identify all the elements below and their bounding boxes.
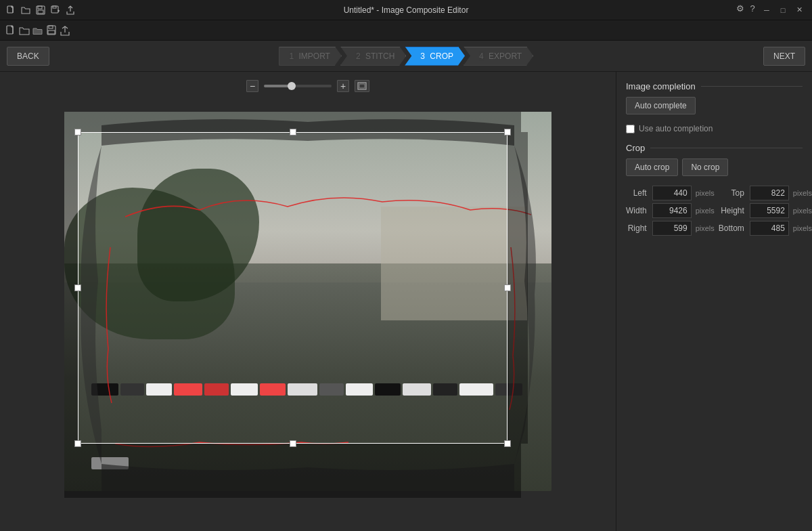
left-value[interactable] (652, 186, 692, 200)
right-value[interactable] (652, 221, 692, 236)
toolbar-icons (5, 5, 76, 16)
next-button[interactable]: NEXT (763, 47, 805, 66)
panorama-container (64, 112, 551, 491)
left-unit: pixels (696, 189, 715, 197)
canvas-area: − + (0, 72, 616, 531)
workflow-steps: 1 IMPORT 2 STITCH 3 CROP 4 EXPORT (279, 47, 533, 66)
zoom-fit-button[interactable] (355, 80, 369, 92)
top-value[interactable] (750, 186, 789, 200)
zoom-in-button[interactable]: + (337, 80, 349, 92)
crop-handle-bc[interactable] (290, 440, 296, 447)
crop-handle-mr[interactable] (504, 284, 511, 291)
top-unit: pixels (793, 189, 812, 197)
settings-icon[interactable]: ⚙ (735, 3, 746, 14)
width-value[interactable] (652, 203, 692, 218)
step-import-label: 1 IMPORT (289, 51, 330, 61)
height-value[interactable] (750, 203, 789, 218)
auto-crop-button[interactable]: Auto crop (626, 158, 678, 176)
toolbar (0, 20, 812, 41)
bottom-unit: pixels (793, 224, 812, 232)
car-10 (346, 383, 373, 396)
crop-handle-tr[interactable] (504, 129, 511, 135)
step-crop[interactable]: 3 CROP (405, 47, 465, 66)
car-9 (319, 383, 344, 396)
car-1 (91, 383, 118, 396)
zoom-out-button[interactable]: − (246, 80, 258, 92)
image-canvas (0, 72, 616, 531)
toolbar-save-icon[interactable] (46, 25, 57, 36)
car-14 (459, 383, 493, 396)
car-6 (231, 383, 258, 396)
navigation-bar: BACK 1 IMPORT 2 STITCH 3 CROP 4 EXPORT N… (0, 41, 812, 72)
toolbar-folder-icon[interactable] (32, 25, 43, 36)
building-area (381, 207, 527, 320)
svg-rect-5 (38, 10, 43, 14)
car-2 (120, 383, 144, 396)
crop-handle-br[interactable] (504, 440, 511, 447)
car-12 (403, 383, 431, 396)
use-auto-completion-label: Use auto completion (639, 124, 713, 133)
back-button[interactable]: BACK (7, 47, 49, 66)
svg-rect-17 (359, 84, 365, 88)
width-label: Width (626, 206, 648, 215)
panorama-background (64, 112, 551, 491)
no-crop-button[interactable]: No crop (682, 158, 728, 176)
car-16 (91, 457, 129, 469)
window-title: Untitled* - Image Composite Editor (344, 5, 469, 15)
save-icon[interactable] (35, 5, 46, 16)
crop-fields: Left pixels Top pixels Width pixels Heig… (626, 186, 803, 236)
crop-handle-ml[interactable] (74, 284, 81, 291)
main-area: − + (0, 72, 812, 531)
car-5 (204, 383, 229, 396)
crop-handle-tc[interactable] (290, 129, 296, 135)
svg-rect-15 (48, 30, 55, 34)
crop-handle-tl[interactable] (74, 129, 81, 135)
car-8 (288, 383, 317, 396)
car-15 (495, 383, 522, 396)
crop-section-title: Crop (626, 143, 803, 153)
step-stitch[interactable]: 2 STITCH (340, 47, 406, 66)
toolbar-open-icon[interactable] (19, 25, 30, 36)
step-export[interactable]: 4 EXPORT (464, 47, 533, 66)
minimize-button[interactable]: ─ (759, 3, 774, 17)
step-stitch-label: 2 STITCH (356, 51, 394, 61)
car-11 (375, 383, 401, 396)
image-completion-title: Image completion (626, 81, 803, 91)
toolbar-new-icon[interactable] (5, 25, 16, 36)
open-folder-icon[interactable] (20, 5, 31, 16)
top-label: Top (719, 188, 746, 198)
right-label: Right (626, 224, 648, 233)
bottom-label: Bottom (719, 224, 746, 233)
height-label: Height (719, 206, 746, 215)
new-icon[interactable] (5, 5, 16, 16)
zoom-slider[interactable] (264, 85, 332, 87)
svg-rect-14 (49, 26, 53, 28)
use-auto-completion-checkbox[interactable] (626, 125, 635, 133)
car-13 (433, 383, 457, 396)
help-icon[interactable]: ? (747, 3, 758, 14)
maximize-button[interactable]: □ (775, 3, 790, 17)
right-unit: pixels (696, 224, 715, 232)
width-unit: pixels (696, 207, 715, 215)
left-label: Left (626, 188, 648, 198)
auto-complete-button[interactable]: Auto complete (626, 97, 696, 114)
title-bar: Untitled* - Image Composite Editor ⚙ ? ─… (0, 0, 812, 20)
car-7 (260, 383, 286, 396)
crop-buttons: Auto crop No crop (626, 158, 803, 176)
car-4 (174, 383, 202, 396)
window-controls[interactable]: ⚙ ? ─ □ ✕ (735, 3, 807, 17)
step-import[interactable]: 1 IMPORT (279, 47, 341, 66)
save-as-icon[interactable] (50, 5, 61, 16)
publish-icon[interactable] (65, 5, 76, 16)
cars-area (89, 320, 527, 472)
bottom-value[interactable] (750, 221, 789, 236)
svg-rect-7 (53, 6, 56, 8)
use-auto-completion-row: Use auto completion (626, 124, 803, 133)
close-button[interactable]: ✕ (792, 3, 807, 17)
height-unit: pixels (793, 207, 812, 215)
toolbar-publish-icon[interactable] (60, 25, 70, 36)
step-export-label: 4 EXPORT (479, 51, 522, 61)
zoom-bar: − + (246, 76, 369, 96)
step-crop-label: 3 CROP (420, 51, 453, 61)
crop-handle-bl[interactable] (74, 440, 81, 447)
